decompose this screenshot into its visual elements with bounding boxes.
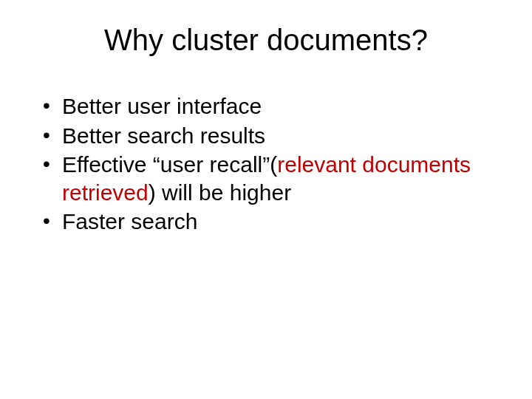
- list-item: Faster search: [43, 208, 502, 236]
- bullet-text: Better user interface: [62, 94, 262, 118]
- bullet-text: Better search results: [62, 123, 265, 148]
- slide-title: Why cluster documents?: [30, 24, 502, 57]
- list-item: Better search results: [43, 122, 502, 150]
- bullet-text-post: ) will be higher: [149, 180, 291, 205]
- bullet-text: Faster search: [62, 209, 197, 233]
- list-item: Better user interface: [43, 92, 502, 120]
- bullet-text-pre: Effective “user recall”(: [62, 152, 277, 177]
- slide-container: Why cluster documents? Better user inter…: [0, 0, 532, 399]
- list-item: Effective “user recall”(relevant documen…: [43, 151, 502, 206]
- bullet-list: Better user interface Better search resu…: [30, 92, 502, 236]
